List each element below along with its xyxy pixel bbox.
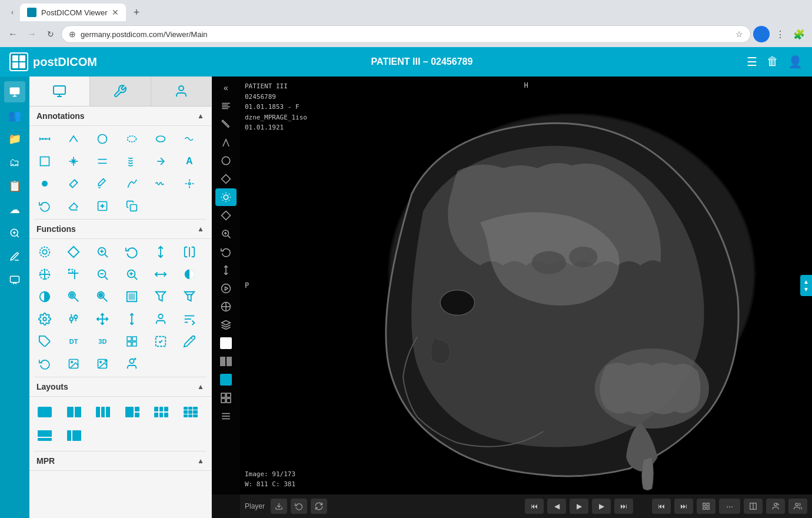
tool-ellipse-dotted[interactable] [121, 128, 142, 150]
tab-item[interactable]: PostDICOM Viewer ✕ [20, 4, 126, 21]
vt-brightness-btn[interactable] [215, 188, 237, 206]
fn-zoom-in[interactable] [121, 264, 142, 285]
tool-circle[interactable] [92, 128, 113, 150]
tool-angle[interactable] [63, 128, 84, 150]
functions-header[interactable]: Functions ▲ [29, 220, 211, 239]
vt-lines-btn[interactable] [215, 407, 237, 425]
layout-1x2[interactable] [64, 401, 85, 423]
layout-2x3[interactable] [151, 401, 172, 423]
profile-icon-btn[interactable]: 👤 [753, 26, 770, 42]
tool-ellipse[interactable] [150, 128, 171, 150]
sidebar-item-folder[interactable]: 📁 [4, 128, 25, 150]
tool-double-line[interactable] [92, 151, 113, 172]
vt-white-square-btn[interactable] [215, 334, 237, 352]
tab-tools[interactable] [90, 77, 151, 106]
tool-arrow[interactable] [150, 151, 171, 172]
player-first-btn[interactable]: ⏮ [525, 499, 544, 514]
fn-wl-rect[interactable] [121, 286, 142, 307]
sidebar-item-users[interactable]: 👥 [4, 105, 25, 126]
scroll-indicator[interactable]: ▲ ▼ [800, 275, 812, 296]
tab-viewer[interactable] [29, 77, 90, 106]
fn-image-export[interactable] [92, 353, 113, 374]
vt-text-btn[interactable] [215, 97, 237, 115]
annotations-header[interactable]: Annotations ▲ [29, 107, 211, 126]
fn-move-v[interactable] [121, 308, 142, 330]
tab-patient[interactable] [151, 77, 211, 106]
fn-filter1[interactable] [150, 286, 171, 307]
fn-dt[interactable]: DT [63, 331, 84, 352]
tool-spine[interactable] [121, 151, 142, 172]
sidebar-item-monitor[interactable] [4, 270, 25, 291]
vt-scroll2-btn[interactable] [215, 298, 237, 316]
vt-layer-btn[interactable] [215, 316, 237, 334]
vt-angle-btn[interactable] [215, 134, 237, 151]
fn-undo2[interactable] [34, 353, 55, 374]
player-more-btn[interactable]: ··· [719, 499, 740, 514]
sidebar-item-upload[interactable]: ☁ [4, 199, 25, 220]
player-series-next-btn[interactable]: ⏭ [674, 499, 693, 514]
player-layout-btn[interactable] [697, 499, 716, 514]
new-tab-button[interactable]: + [128, 4, 145, 21]
nav-back-btn[interactable]: ← [5, 26, 21, 42]
vt-circle-btn[interactable] [215, 152, 237, 170]
fn-flip-h[interactable] [179, 241, 200, 263]
tool-unknown1[interactable] [179, 173, 200, 194]
fn-tag[interactable] [34, 331, 55, 352]
fn-image-import[interactable] [63, 353, 84, 374]
vt-cine-btn[interactable] [215, 280, 237, 297]
sidebar-item-search[interactable] [4, 223, 25, 244]
fn-scroll-h[interactable] [150, 264, 171, 285]
scroll-down-icon[interactable]: ▼ [803, 286, 809, 293]
scroll-up-icon[interactable]: ▲ [803, 278, 809, 285]
header-trash-icon[interactable]: 🗑 [767, 55, 778, 69]
sidebar-item-viewer[interactable] [4, 81, 25, 102]
player-split-btn[interactable] [744, 499, 763, 514]
tool-clear[interactable] [92, 195, 113, 217]
vt-ruler-btn[interactable] [215, 115, 237, 133]
layout-sidebar[interactable] [64, 425, 85, 446]
mpr-header[interactable]: MPR ▲ [29, 451, 211, 471]
fn-roi-window[interactable] [34, 241, 55, 263]
tool-probe[interactable] [92, 173, 113, 194]
tool-dot[interactable] [34, 173, 55, 194]
layouts-header[interactable]: Layouts ▲ [29, 377, 211, 397]
address-bar[interactable]: ⊕ germany.postdicom.com/Viewer/Main ☆ [61, 25, 751, 43]
vt-diamond-btn[interactable] [215, 170, 237, 188]
nav-reload-btn[interactable]: ↻ [42, 26, 59, 42]
fn-select-rect[interactable] [150, 331, 171, 352]
fn-crosshair-full[interactable] [34, 264, 55, 285]
vt-pan-btn[interactable] [215, 207, 237, 224]
vt-teal-square-btn[interactable] [215, 371, 237, 388]
layout-1x3[interactable] [92, 401, 114, 423]
player-reset-btn[interactable] [291, 499, 307, 514]
star-icon[interactable]: ☆ [736, 29, 743, 39]
tool-copy-image[interactable] [121, 195, 142, 217]
player-compare-btn[interactable] [766, 499, 785, 514]
sidebar-item-layers[interactable]: 🗂 [4, 152, 25, 173]
fn-magnify-minus[interactable] [63, 286, 84, 307]
sidebar-item-draw[interactable] [4, 246, 25, 267]
tab-nav-back[interactable]: ‹ [5, 5, 20, 20]
tool-ruler[interactable] [34, 128, 55, 150]
player-last-btn[interactable]: ⏭ [614, 499, 633, 514]
fn-scroll-v[interactable] [150, 241, 171, 263]
vt-rotate-btn[interactable] [215, 243, 237, 261]
fn-zoom-out[interactable] [92, 264, 113, 285]
fn-settings1[interactable] [34, 308, 55, 330]
fn-contrast[interactable] [34, 286, 55, 307]
tool-crosshair[interactable] [63, 151, 84, 172]
header-user-icon[interactable]: 👤 [788, 55, 803, 69]
fn-zoom-rect[interactable] [92, 241, 113, 263]
fn-invert[interactable] [179, 264, 200, 285]
tool-eraser[interactable] [63, 195, 84, 217]
tool-freehand2[interactable] [121, 173, 142, 194]
browser-menu-btn[interactable]: ⋮ [772, 26, 788, 42]
tool-undo[interactable] [34, 195, 55, 217]
vt-zoom-btn[interactable] [215, 225, 237, 243]
fn-sort[interactable] [179, 308, 200, 330]
fn-3d[interactable]: 3D [92, 331, 113, 352]
tab-close-icon[interactable]: ✕ [112, 8, 119, 17]
fn-grid[interactable] [121, 331, 142, 352]
fn-filter2[interactable] [179, 286, 200, 307]
player-prev-btn[interactable]: ◀ [547, 499, 566, 514]
